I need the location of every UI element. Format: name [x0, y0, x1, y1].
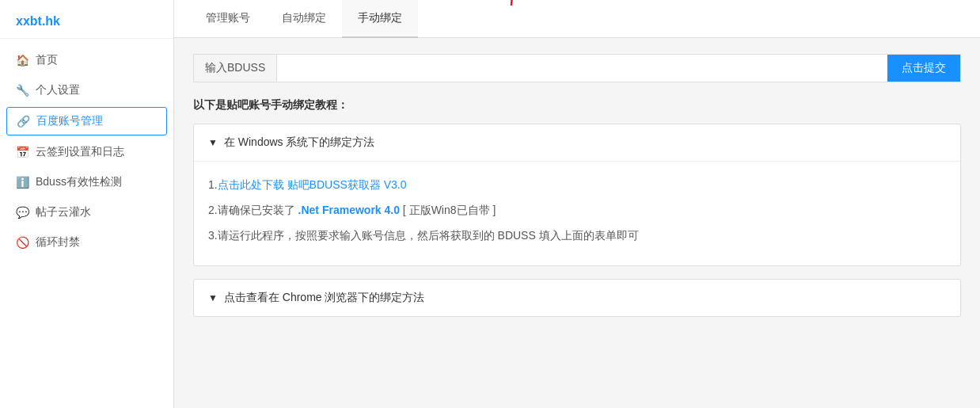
ban-icon: 🚫 [16, 236, 29, 249]
submit-button[interactable]: 点击提交 [887, 55, 960, 82]
home-icon: 🏠 [16, 54, 29, 67]
windows-section: ▼ 在 Windows 系统下的绑定方法 1.点击此处下载 贴吧BDUSS获取器… [193, 124, 961, 266]
chevron-down-icon-2: ▼ [208, 292, 218, 303]
sidebar-item-home[interactable]: 🏠 首页 [0, 45, 173, 75]
bduss-input[interactable] [277, 55, 887, 81]
sidebar-item-settings[interactable]: 🔧 个人设置 [0, 75, 173, 105]
sidebar-item-baidu-account[interactable]: 🔗 百度账号管理 [6, 107, 167, 135]
tab-content: 输入BDUSS 点击提交 以下是贴吧账号手动绑定教程： ▼ 在 Windows … [174, 38, 980, 345]
chrome-section-header[interactable]: ▼ 点击查看在 Chrome 浏览器下的绑定方法 [194, 280, 960, 316]
sidebar-item-label: 帖子云灌水 [36, 205, 91, 219]
chrome-section-title: 点击查看在 Chrome 浏览器下的绑定方法 [224, 291, 425, 305]
sidebar-item-loop-ban[interactable]: 🚫 循环封禁 [0, 227, 173, 257]
red-arrow-svg [503, 0, 606, 10]
sidebar-item-label: 百度账号管理 [36, 114, 103, 128]
download-link[interactable]: 点击此处下载 贴吧BDUSS获取器 V3.0 [218, 178, 407, 191]
bduss-input-row: 输入BDUSS 点击提交 [193, 54, 961, 82]
windows-section-body: 1.点击此处下载 贴吧BDUSS获取器 V3.0 2.请确保已安装了 .Net … [194, 161, 960, 265]
windows-section-title: 在 Windows 系统下的绑定方法 [224, 135, 375, 150]
chrome-section: ▼ 点击查看在 Chrome 浏览器下的绑定方法 [193, 279, 961, 317]
main-content: 管理账号 自动绑定 手动绑定 [174, 0, 980, 408]
tutorial-heading: 以下是贴吧账号手动绑定教程： [193, 98, 961, 112]
chat-icon: 💬 [16, 206, 29, 219]
wrench-icon: 🔧 [16, 84, 29, 97]
sidebar-item-label: 循环封禁 [36, 235, 80, 250]
dotnet-highlight: .Net Framework 4.0 [298, 204, 400, 216]
sidebar-item-cloud-sign[interactable]: 📅 云签到设置和日志 [0, 137, 173, 167]
step-1: 1.点击此处下载 贴吧BDUSS获取器 V3.0 [208, 176, 946, 195]
tab-auto-bind[interactable]: 自动绑定 [266, 0, 342, 38]
sidebar-item-post-flood[interactable]: 💬 帖子云灌水 [0, 197, 173, 227]
info-icon: ℹ️ [16, 176, 29, 189]
chevron-down-icon: ▼ [208, 137, 218, 148]
tab-manual-bind[interactable]: 手动绑定 [342, 0, 418, 38]
sidebar-item-bduss-check[interactable]: ℹ️ Bduss有效性检测 [0, 167, 173, 197]
tab-bar: 管理账号 自动绑定 手动绑定 [174, 0, 980, 38]
sidebar-item-label: Bduss有效性检测 [36, 175, 122, 189]
site-logo: xxbt.hk [0, 8, 173, 39]
sidebar-item-label: 个人设置 [36, 83, 80, 97]
sidebar-item-label: 云签到设置和日志 [36, 145, 124, 159]
calendar-icon: 📅 [16, 146, 29, 158]
sidebar: xxbt.hk 🏠 首页 🔧 个人设置 🔗 百度账号管理 📅 云签到设置和日志 … [0, 0, 174, 408]
bduss-label: 输入BDUSS [194, 55, 277, 82]
windows-section-header[interactable]: ▼ 在 Windows 系统下的绑定方法 [194, 124, 960, 161]
link-icon: 🔗 [17, 115, 30, 128]
step-2: 2.请确保已安装了 .Net Framework 4.0 [ 正版Win8已自带… [208, 201, 946, 220]
tab-manage-account[interactable]: 管理账号 [190, 0, 266, 38]
sidebar-item-label: 首页 [36, 53, 58, 67]
step-3: 3.请运行此程序，按照要求输入账号信息，然后将获取到的 BDUSS 填入上面的表… [208, 227, 946, 246]
